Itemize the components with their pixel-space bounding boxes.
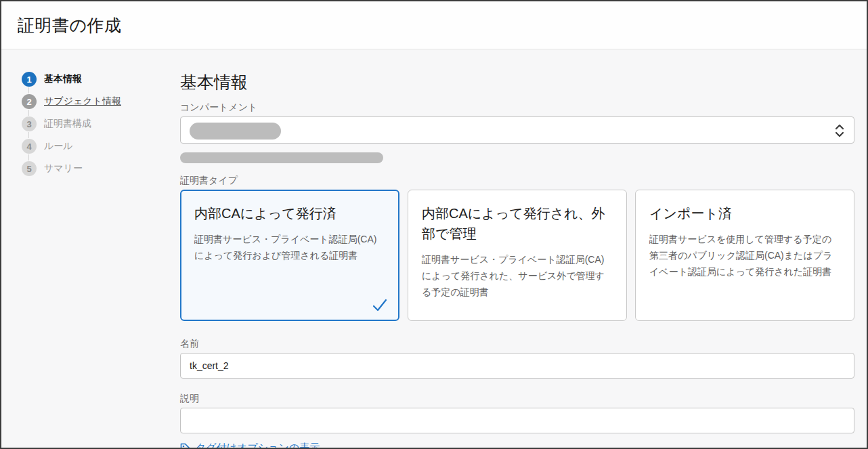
- step-rules: 4 ルール: [22, 139, 172, 154]
- checkmark-icon: [372, 299, 388, 312]
- panel-body: 1 基本情報 2 サブジェクト情報 3 証明書構成 4 ルール 5 サマリー 基…: [1, 49, 867, 448]
- compartment-select[interactable]: [180, 116, 854, 144]
- card-internal-ca-external-managed[interactable]: 内部CAによって発行され、外部で管理 証明書サービス・プライベート認証局(CA)…: [408, 190, 627, 321]
- description-label: 説明: [180, 392, 854, 404]
- name-input[interactable]: [180, 353, 854, 379]
- step-label: ルール: [44, 140, 73, 152]
- card-description: 証明書サービスを使用して管理する予定の第三者のパブリック認証局(CA)またはプラ…: [649, 231, 840, 280]
- name-field-block: 名前: [180, 337, 854, 379]
- wizard-stepper: 1 基本情報 2 サブジェクト情報 3 証明書構成 4 ルール 5 サマリー: [1, 49, 172, 448]
- panel-header: 証明書の作成: [1, 1, 867, 49]
- compartment-label: コンパートメント: [180, 101, 854, 113]
- cert-type-label: 証明書タイプ: [180, 174, 854, 186]
- cert-type-cards: 内部CAによって発行済 証明書サービス・プライベート認証局(CA)によって発行お…: [180, 190, 854, 321]
- step-label: サマリー: [44, 163, 83, 175]
- step-number-badge: 3: [22, 116, 37, 131]
- tag-icon: [180, 443, 191, 449]
- create-certificate-panel: 証明書の作成 1 基本情報 2 サブジェクト情報 3 証明書構成 4 ルール 5: [0, 0, 868, 449]
- step-label[interactable]: サブジェクト情報: [44, 95, 121, 108]
- step-summary: 5 サマリー: [22, 161, 172, 176]
- step-certificate-config: 3 証明書構成: [22, 116, 172, 131]
- description-input[interactable]: [180, 408, 854, 433]
- step-label: 基本情報: [44, 73, 82, 85]
- step-basic-info[interactable]: 1 基本情報: [22, 72, 172, 87]
- tagging-link-label: タグ付けオプションの表示: [196, 442, 320, 449]
- card-issued-by-internal-ca[interactable]: 内部CAによって発行済 証明書サービス・プライベート認証局(CA)によって発行お…: [180, 190, 399, 321]
- step-number-badge: 5: [22, 161, 37, 176]
- step-subject-info[interactable]: 2 サブジェクト情報: [22, 94, 172, 109]
- card-description: 証明書サービス・プライベート認証局(CA)によって発行および管理される証明書: [194, 231, 385, 263]
- card-title: インポート済: [649, 203, 840, 223]
- redaction-bar: [180, 152, 383, 163]
- card-imported[interactable]: インポート済 証明書サービスを使用して管理する予定の第三者のパブリック認証局(C…: [635, 190, 854, 321]
- show-tagging-options-link[interactable]: タグ付けオプションの表示: [180, 442, 320, 449]
- page-title: 証明書の作成: [18, 14, 122, 37]
- card-title: 内部CAによって発行され、外部で管理: [422, 203, 613, 244]
- select-updown-icon: [831, 122, 848, 140]
- description-field-block: 説明: [180, 392, 854, 433]
- step-number-badge: 2: [22, 94, 37, 109]
- section-heading: 基本情報: [180, 70, 854, 94]
- step-label: 証明書構成: [44, 118, 91, 130]
- card-description: 証明書サービス・プライベート認証局(CA)によって発行された、サービス外で管理す…: [422, 251, 613, 300]
- card-title: 内部CAによって発行済: [194, 203, 385, 223]
- step-number-badge: 4: [22, 139, 37, 154]
- step-number-badge: 1: [22, 72, 37, 87]
- form-area: 基本情報 コンパートメント 証明書タイプ 内部CAによって発行済 証明書サービス…: [172, 49, 867, 448]
- redaction-bar: [190, 123, 281, 140]
- name-label: 名前: [180, 337, 854, 349]
